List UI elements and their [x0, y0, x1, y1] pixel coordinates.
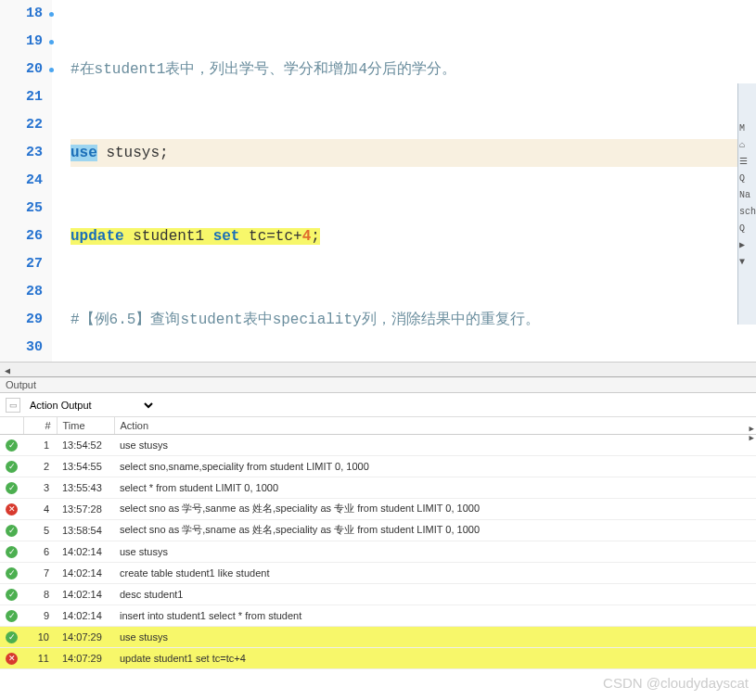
output-grid[interactable]: # Time Action ✓113:54:52use stusys✓213:5…: [0, 417, 756, 669]
arrow-right-icon[interactable]: ▶: [750, 434, 754, 443]
row-number: 2: [23, 455, 57, 477]
line-number: 24: [0, 167, 43, 195]
line-number: 29: [0, 306, 43, 334]
row-time: 14:02:14: [57, 562, 114, 583]
home-icon[interactable]: ⌂: [739, 137, 754, 154]
status-ok-icon: ✓: [6, 546, 18, 558]
row-action: select * from student LIMIT 0, 1000: [114, 477, 756, 498]
horizontal-scrollbar[interactable]: ◀: [0, 362, 756, 376]
row-time: 14:02:14: [57, 605, 114, 626]
line-number: 23: [0, 139, 43, 167]
output-row[interactable]: ✓814:02:14desc student1: [0, 583, 756, 605]
row-time: 13:54:55: [57, 455, 114, 477]
row-action: use stusys: [114, 626, 756, 647]
status-ok-icon: ✓: [6, 482, 18, 494]
status-ok-icon: ✓: [6, 589, 18, 601]
output-row[interactable]: ✕413:57:28select sno as 学号,sanme as 姓名,s…: [0, 498, 756, 519]
status-ok-icon: ✓: [6, 525, 18, 537]
line-number: 25: [0, 195, 43, 223]
row-number: 5: [23, 519, 57, 541]
search-icon[interactable]: Q: [739, 171, 754, 187]
row-number: 11: [23, 647, 57, 668]
row-number: 1: [23, 434, 57, 455]
label-sch: sch: [739, 204, 754, 221]
row-time: 13:57:28: [57, 498, 114, 519]
side-panel-icons: M ⌂ ☰ Q Na sch Q ▶ ▼: [739, 121, 754, 271]
output-row[interactable]: ✓213:54:55select sno,sname,speciality fr…: [0, 455, 756, 477]
row-time: 14:07:29: [57, 647, 114, 668]
line-number: 30: [0, 334, 43, 362]
row-time: 14:07:29: [57, 626, 114, 647]
keyword-use: use: [70, 145, 97, 161]
output-row[interactable]: ✓914:02:14insert into student1 select * …: [0, 605, 756, 626]
play-icon[interactable]: ▶: [739, 237, 754, 254]
line-gutter: 18 19 20 21 22 23 24 25 26 27 28 29 30: [0, 0, 52, 362]
scroll-left-icon[interactable]: ◀: [0, 365, 15, 380]
row-number: 6: [23, 541, 57, 562]
row-number: 10: [23, 626, 57, 647]
row-action: create table student1 like student: [114, 562, 756, 583]
line-number: 21: [0, 83, 43, 111]
output-panel-label: Output: [0, 376, 756, 393]
watermark-text: CSDN @cloudydayscat: [603, 675, 749, 691]
line-number: 18: [0, 0, 43, 28]
status-cell: ✓: [0, 541, 23, 562]
output-row[interactable]: ✓313:55:43select * from student LIMIT 0,…: [0, 477, 756, 498]
line-number: 19: [0, 28, 43, 56]
row-number: 3: [23, 477, 57, 498]
status-ok-icon: ✓: [6, 631, 18, 643]
row-number: 9: [23, 605, 57, 626]
search-icon[interactable]: Q: [739, 221, 754, 237]
status-cell: ✓: [0, 583, 23, 605]
row-action: select sno,sname,speciality from student…: [114, 455, 756, 477]
output-layout-icon[interactable]: ▭: [6, 398, 20, 413]
row-number: 7: [23, 562, 57, 583]
row-time: 13:58:54: [57, 519, 114, 541]
list-icon[interactable]: ☰: [739, 154, 754, 171]
code-area[interactable]: #在student1表中，列出学号、学分和增加4分后的学分。 use stusy…: [52, 0, 756, 362]
status-cell: ✓: [0, 519, 23, 541]
row-action: use stusys: [114, 541, 756, 562]
status-ok-icon: ✓: [6, 567, 18, 579]
column-header-action[interactable]: Action: [114, 417, 756, 434]
output-row[interactable]: ✓1014:07:29use stusys: [0, 626, 756, 647]
output-row[interactable]: ✓113:54:52use stusys: [0, 434, 756, 455]
code-editor[interactable]: 18 19 20 21 22 23 24 25 26 27 28 29 30 #…: [0, 0, 756, 362]
column-header-num[interactable]: #: [23, 417, 57, 434]
status-ok-icon: ✓: [6, 461, 18, 473]
row-time: 13:54:52: [57, 434, 114, 455]
line-number: 28: [0, 278, 43, 306]
output-scroll-arrows[interactable]: ▶ ▶: [750, 425, 754, 443]
status-error-icon: ✕: [6, 653, 18, 665]
status-cell: ✓: [0, 605, 23, 626]
output-row[interactable]: ✕1114:07:29update student1 set tc=tc+4: [0, 647, 756, 668]
status-cell: ✓: [0, 434, 23, 455]
output-type-dropdown[interactable]: Action Output: [26, 399, 156, 412]
row-time: 13:55:43: [57, 477, 114, 498]
row-action: select sno as 学号,sname as 姓名,speciality …: [114, 519, 756, 541]
row-action: select sno as 学号,sanme as 姓名,speciality …: [114, 498, 756, 519]
column-header-time[interactable]: Time: [57, 417, 114, 434]
line-number: 27: [0, 250, 43, 278]
status-cell: ✓: [0, 477, 23, 498]
chevron-down-icon[interactable]: ▼: [739, 254, 754, 271]
status-cell: ✕: [0, 498, 23, 519]
row-number: 8: [23, 583, 57, 605]
row-time: 14:02:14: [57, 541, 114, 562]
status-cell: ✕: [0, 647, 23, 668]
row-time: 14:02:14: [57, 583, 114, 605]
status-ok-icon: ✓: [6, 439, 18, 452]
sidebar-icon[interactable]: M: [739, 121, 754, 137]
output-row[interactable]: ✓714:02:14create table student1 like stu…: [0, 562, 756, 583]
status-error-icon: ✕: [6, 503, 18, 515]
row-action: use stusys: [114, 434, 756, 455]
status-cell: ✓: [0, 562, 23, 583]
output-toolbar: ▭ Action Output: [0, 393, 756, 417]
row-action: insert into student1 select * from stude…: [114, 605, 756, 626]
label-na: Na: [739, 187, 754, 204]
status-cell: ✓: [0, 626, 23, 647]
output-row[interactable]: ✓513:58:54select sno as 学号,sname as 姓名,s…: [0, 519, 756, 541]
arrow-right-icon[interactable]: ▶: [750, 425, 754, 434]
output-row[interactable]: ✓614:02:14use stusys: [0, 541, 756, 562]
row-action: desc student1: [114, 583, 756, 605]
